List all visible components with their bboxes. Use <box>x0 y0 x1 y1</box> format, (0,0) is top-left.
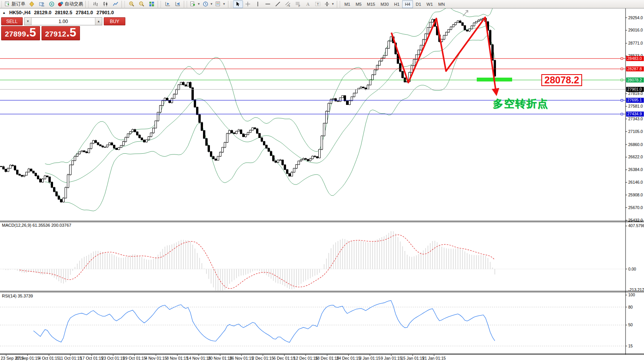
toolbar-separator <box>158 1 158 8</box>
cursor-icon <box>235 1 241 7</box>
hline-handle[interactable] <box>621 99 623 101</box>
volume-increase-button[interactable]: ▲ <box>95 18 102 25</box>
price-tick-label: 28771.0 <box>628 41 643 45</box>
toolbar-grip[interactable] <box>88 1 90 7</box>
vertical-line-icon <box>255 1 261 7</box>
data-window-button[interactable] <box>37 0 47 8</box>
bar-chart-button[interactable] <box>90 0 100 8</box>
hline-handle[interactable] <box>621 68 623 70</box>
new-chart-button[interactable]: ▼ <box>189 0 201 8</box>
toolbar: 新订单自动交易▼▼▼EFAT▼M1M5M15M30H1H4D1W1MN <box>0 0 644 8</box>
toolbar-grip[interactable] <box>186 1 188 7</box>
date-tick-label: 15 Jan 01:15 <box>401 356 424 360</box>
volume-decrease-button[interactable]: ▼ <box>25 18 32 25</box>
sell-button[interactable]: SELL <box>1 17 23 25</box>
date-tick-label: 12 Dec 01:15 <box>294 356 318 360</box>
new-chart-icon <box>190 1 196 7</box>
vertical-line-button[interactable] <box>253 0 263 8</box>
rsi-axis-label: 80 <box>628 305 633 309</box>
timeframe-m5-button[interactable]: M5 <box>353 0 364 8</box>
template-button[interactable]: ▼ <box>214 0 227 8</box>
date-tick-label: 23 Oct 01:15 <box>102 356 125 360</box>
tile-windows-button[interactable] <box>146 0 156 8</box>
trend-zigzag-arrow[interactable] <box>391 17 496 95</box>
autotrade-button[interactable]: 自动交易 <box>57 0 84 8</box>
toolbar-grip[interactable] <box>1 1 3 7</box>
zoom-in-button[interactable] <box>126 0 136 8</box>
line-chart-button[interactable] <box>110 0 120 8</box>
timeframe-h4-button[interactable]: H4 <box>402 0 413 8</box>
data-window-icon <box>39 1 45 7</box>
chart-shift-button[interactable] <box>173 0 183 8</box>
toolbar-grip[interactable] <box>339 1 341 7</box>
hline-handle[interactable] <box>621 58 623 60</box>
date-tick-label: 24 Dec 01:15 <box>336 356 361 360</box>
navigator-button[interactable] <box>47 0 57 8</box>
hline-price-label: 27901.0 <box>627 87 642 91</box>
autoscroll-icon <box>165 1 171 7</box>
timeframe-m30-button[interactable]: M30 <box>378 0 391 8</box>
price-callout-box[interactable]: 28078.2 <box>541 74 582 86</box>
label-button[interactable]: T <box>313 0 323 8</box>
volume-input[interactable] <box>32 18 95 25</box>
timeframe-w1-button[interactable]: W1 <box>424 0 436 8</box>
price-axis[interactable]: 29254.029016.028771.028533.027819.027581… <box>626 8 644 355</box>
candlestick-chart-button[interactable] <box>100 0 110 8</box>
trading-platform-window: 新订单自动交易▼▼▼EFAT▼M1M5M15M30H1H4D1W1MN 2925… <box>0 0 644 362</box>
toolbar-grip[interactable] <box>160 1 162 7</box>
price-tick-label: 27819.0 <box>628 91 643 96</box>
toolbar-button-label: 自动交易 <box>65 1 83 7</box>
rsi-line <box>33 301 495 342</box>
toolbar-button-label: 新订单 <box>12 1 25 7</box>
navigator-icon <box>49 1 55 7</box>
toolbar-grip[interactable] <box>230 1 232 7</box>
new-order-button[interactable]: 新订单 <box>3 0 27 8</box>
date-tick-label: 21 Jan 01:15 <box>423 356 446 360</box>
date-tick-label: 26 Nov 01:15 <box>230 356 254 360</box>
hline-handle[interactable] <box>621 113 623 115</box>
cursor-button[interactable] <box>233 0 243 8</box>
svg-text:A: A <box>306 2 310 7</box>
toolbar-grip[interactable] <box>124 1 126 7</box>
period-button[interactable]: ▼ <box>201 0 214 8</box>
macd-axis-zero: 0.00 <box>628 267 636 271</box>
trendline-button[interactable] <box>273 0 283 8</box>
one-click-trade-panel: SELL ▼ ▲ BUY 27899.5 27912.5 <box>1 17 80 40</box>
macd-axis-bottom: -213.2171 <box>628 287 644 292</box>
price-tick-label: 26622.0 <box>628 154 643 159</box>
line-chart-icon <box>113 1 118 7</box>
date-tick-label: 3 Jan 01:15 <box>359 356 381 360</box>
fibonacci-button[interactable]: F <box>293 0 303 8</box>
date-axis[interactable]: 23 Sep 201927 Sep 01:154 Oct 01:1511 Oct… <box>1 355 446 361</box>
channel-button[interactable]: E <box>283 0 293 8</box>
timeframe-h1-button[interactable]: H1 <box>391 0 402 8</box>
sell-price-display[interactable]: 27899.5 <box>1 26 40 40</box>
timeframe-d1-button[interactable]: D1 <box>413 0 424 8</box>
macd-label: MACD(12,26,9) 61.35536 200.03767 <box>2 223 71 227</box>
price-tick-label: 27105.0 <box>628 129 643 134</box>
chart-area[interactable]: 29254.029016.028771.028533.027819.027581… <box>0 0 644 362</box>
autoscroll-button[interactable] <box>163 0 173 8</box>
date-tick-label: 17 Oct 01:15 <box>80 356 103 360</box>
hline-handle[interactable] <box>621 79 623 81</box>
zoom-out-button[interactable] <box>136 0 146 8</box>
crosshair-button[interactable] <box>243 0 253 8</box>
price-tick-label: 26146.0 <box>628 180 643 184</box>
buy-price-main: 27912 <box>45 30 66 38</box>
market-watch-button[interactable] <box>27 0 37 8</box>
ohlc-open: 28129.0 <box>34 10 52 15</box>
timeframe-m1-button[interactable]: M1 <box>342 0 353 8</box>
horizontal-line-button[interactable] <box>263 0 273 8</box>
buy-price-display[interactable]: 27912.5 <box>42 26 80 40</box>
shapes-button[interactable]: ▼ <box>323 0 336 8</box>
rsi-axis-label: 50 <box>628 322 633 327</box>
timeframe-m15-button[interactable]: M15 <box>364 0 378 8</box>
timeframe-mn-button[interactable]: MN <box>436 0 448 8</box>
text-button[interactable]: A <box>303 0 313 8</box>
pivot-annotation-text[interactable]: 多空转折点 <box>493 97 549 111</box>
toolbar-separator <box>85 1 86 8</box>
macd-signal <box>20 235 495 289</box>
shapes-icon <box>324 1 330 7</box>
trade-panel-toggle[interactable]: ▲ <box>2 11 6 15</box>
buy-button[interactable]: BUY <box>104 17 125 25</box>
